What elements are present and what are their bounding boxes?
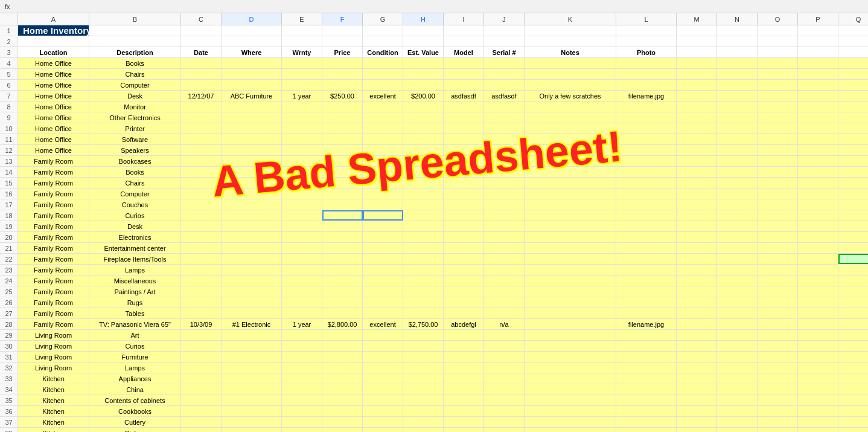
cell-f15[interactable] (322, 178, 363, 188)
cell-p27[interactable] (798, 308, 838, 318)
cell-b9[interactable]: Other Electronics (89, 112, 181, 123)
cell-f13[interactable] (322, 156, 363, 166)
cell-g11[interactable] (363, 134, 403, 144)
cell-n29[interactable] (717, 330, 758, 340)
cell-g18[interactable] (363, 210, 403, 221)
cell-c15[interactable] (181, 178, 222, 188)
cell-h7[interactable]: $200.00 (403, 91, 444, 101)
cell-l2[interactable] (616, 36, 677, 47)
cell-h16[interactable] (403, 189, 444, 199)
cell-c9[interactable] (181, 112, 222, 123)
cell-b19[interactable]: Desk (89, 221, 181, 231)
cell-h14[interactable] (403, 167, 444, 177)
cell-f27[interactable] (322, 308, 363, 318)
cell-d16[interactable] (222, 189, 282, 199)
cell-j38[interactable] (484, 428, 525, 432)
cell-l15[interactable] (616, 178, 677, 188)
cell-p34[interactable] (798, 384, 838, 395)
cell-e31[interactable] (282, 352, 322, 362)
cell-n32[interactable] (717, 363, 758, 373)
col-header-q[interactable]: Q (838, 13, 868, 25)
cell-m17[interactable] (677, 199, 717, 210)
cell-g6[interactable] (363, 80, 403, 90)
cell-p29[interactable] (798, 330, 838, 340)
cell-e38[interactable] (282, 428, 322, 432)
cell-i24[interactable] (444, 276, 484, 286)
cell-d34[interactable] (222, 384, 282, 395)
cell-j29[interactable] (484, 330, 525, 340)
cell-h34[interactable] (403, 384, 444, 395)
cell-l8[interactable] (616, 102, 677, 112)
cell-p26[interactable] (798, 297, 838, 308)
cell-g13[interactable] (363, 156, 403, 166)
cell-n37[interactable] (717, 417, 758, 427)
col-header-j[interactable]: J (484, 13, 525, 25)
cell-e17[interactable] (282, 199, 322, 210)
cell-g9[interactable] (363, 112, 403, 123)
cell-f2[interactable] (322, 36, 363, 47)
cell-m5[interactable] (677, 69, 717, 79)
cell-j32[interactable] (484, 363, 525, 373)
table-row[interactable]: 38KitchenDishes (0, 428, 868, 432)
cell-f1[interactable] (322, 25, 363, 36)
cell-p3[interactable] (798, 47, 838, 57)
cell-d4[interactable] (222, 58, 282, 68)
cell-o19[interactable] (758, 221, 798, 231)
cell-n6[interactable] (717, 80, 758, 90)
cell-n31[interactable] (717, 352, 758, 362)
col-header-d[interactable]: D (222, 13, 282, 25)
cell-c5[interactable] (181, 69, 222, 79)
cell-j11[interactable] (484, 134, 525, 144)
cell-k17[interactable] (525, 199, 616, 210)
cell-i11[interactable] (444, 134, 484, 144)
cell-q8[interactable] (838, 102, 868, 112)
cell-q38[interactable] (838, 428, 868, 432)
cell-e1[interactable] (282, 25, 322, 36)
cell-l33[interactable] (616, 373, 677, 384)
cell-n18[interactable] (717, 210, 758, 221)
cell-b38[interactable]: Dishes (89, 428, 181, 432)
cell-i5[interactable] (444, 69, 484, 79)
cell-a7[interactable]: Home Office (18, 91, 89, 101)
cell-b32[interactable]: Lamps (89, 363, 181, 373)
cell-j21[interactable] (484, 243, 525, 253)
cell-j13[interactable] (484, 156, 525, 166)
cell-h27[interactable] (403, 308, 444, 318)
col-header-f[interactable]: F (322, 13, 363, 25)
cell-n25[interactable] (717, 286, 758, 297)
cell-b31[interactable]: Furniture (89, 352, 181, 362)
cell-h30[interactable] (403, 341, 444, 351)
cell-j23[interactable] (484, 265, 525, 275)
cell-l14[interactable] (616, 167, 677, 177)
cell-i26[interactable] (444, 297, 484, 308)
cell-m24[interactable] (677, 276, 717, 286)
cell-g25[interactable] (363, 286, 403, 297)
cell-b24[interactable]: Miscellaneous (89, 276, 181, 286)
cell-n3[interactable] (717, 47, 758, 57)
cell-a32[interactable]: Living Room (18, 363, 89, 373)
cell-e21[interactable] (282, 243, 322, 253)
cell-j15[interactable] (484, 178, 525, 188)
cell-h19[interactable] (403, 221, 444, 231)
cell-a24[interactable]: Family Room (18, 276, 89, 286)
cell-d10[interactable] (222, 123, 282, 134)
cell-q30[interactable] (838, 341, 868, 351)
cell-h33[interactable] (403, 373, 444, 384)
cell-m14[interactable] (677, 167, 717, 177)
cell-q35[interactable] (838, 395, 868, 405)
cell-n20[interactable] (717, 232, 758, 242)
cell-n12[interactable] (717, 145, 758, 155)
cell-q9[interactable] (838, 112, 868, 123)
cell-n23[interactable] (717, 265, 758, 275)
cell-k37[interactable] (525, 417, 616, 427)
cell-k27[interactable] (525, 308, 616, 318)
cell-c27[interactable] (181, 308, 222, 318)
cell-j2[interactable] (484, 36, 525, 47)
cell-h36[interactable] (403, 406, 444, 416)
cell-m38[interactable] (677, 428, 717, 432)
cell-i29[interactable] (444, 330, 484, 340)
cell-l28[interactable]: filename.jpg (616, 319, 677, 329)
cell-l34[interactable] (616, 384, 677, 395)
cell-f23[interactable] (322, 265, 363, 275)
cell-i7[interactable]: asdfasdf (444, 91, 484, 101)
